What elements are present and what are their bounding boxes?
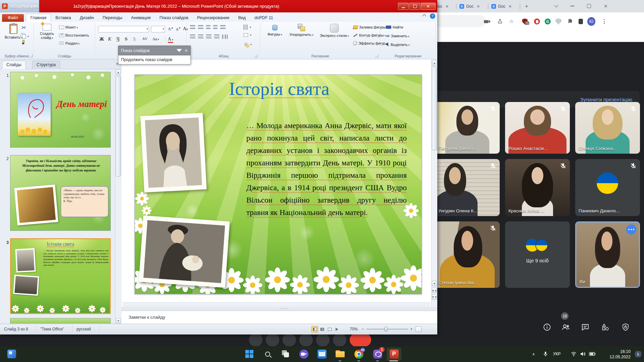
decrease-indent-icon[interactable] (206, 25, 210, 30)
clear-formatting-button[interactable]: А (183, 26, 188, 32)
layout-button[interactable]: Макет (59, 25, 78, 29)
tab-slides-thumbnails[interactable]: Слайды (2, 61, 26, 69)
participant-tile[interactable]: Рошко Анастасія... (505, 102, 570, 154)
browser-minimize-button[interactable] (567, 3, 577, 9)
normal-view-button[interactable] (311, 326, 318, 332)
font-name-combobox[interactable] (98, 26, 149, 33)
tab-insert[interactable]: Вставка (51, 14, 75, 22)
widgets-icon[interactable] (7, 350, 16, 358)
powerpoint-taskbar-icon[interactable]: P (389, 349, 399, 359)
battery-icon[interactable] (587, 349, 597, 359)
restore-button[interactable] (409, 3, 420, 10)
resume-slideshow-menu-item[interactable]: Продолжить показ слайдов (118, 55, 190, 64)
browser-menu-icon[interactable] (600, 17, 608, 25)
camera-in-use-icon[interactable] (483, 17, 491, 25)
next-slide-button[interactable]: ▼▼ (432, 294, 437, 300)
zoom-in-icon[interactable]: + (410, 326, 413, 331)
participant-tile[interactable]: Степан Ірина Іва... (435, 221, 500, 288)
copy-button[interactable] (21, 33, 29, 39)
align-center-icon[interactable] (198, 35, 203, 39)
browser-maximize-button[interactable] (584, 3, 594, 9)
photo-woman-portrait[interactable] (140, 113, 207, 192)
notes-splitter[interactable] (121, 307, 437, 311)
tab-dopdf[interactable]: doPDF 11 (250, 14, 277, 22)
theme-name[interactable]: "Тема Office" (40, 327, 64, 331)
slide-editing-area[interactable]: Історія свята (135, 74, 422, 294)
select-button[interactable]: Выделить (386, 43, 410, 47)
leave-call-button[interactable] (350, 333, 371, 347)
grow-font-button[interactable]: А▲ (168, 26, 173, 32)
cut-button[interactable] (21, 25, 26, 30)
text-shadow-button[interactable]: S (133, 37, 136, 42)
shrink-font-button[interactable]: А▼ (176, 27, 181, 31)
close-button[interactable]: ✕ (421, 3, 436, 10)
keyboard-language[interactable]: УКР (553, 352, 561, 356)
character-spacing-button[interactable]: AV (142, 37, 148, 41)
overflow-participants-tile[interactable]: Ще 9 осіб (505, 221, 570, 288)
paragraph-dialog-launcher[interactable] (254, 54, 257, 57)
bold-button[interactable]: Ж (99, 37, 104, 42)
browser-tab-2[interactable]: G Goc (457, 2, 487, 11)
extensions-puzzle-icon[interactable] (566, 17, 574, 25)
self-view-tile[interactable]: Ви (575, 221, 640, 288)
shapes-button[interactable]: Фигуры (264, 24, 285, 36)
scroll-up-icon[interactable]: ▲ (116, 69, 121, 75)
font-color-button[interactable]: А (168, 37, 173, 43)
tab-close-icon[interactable] (444, 4, 450, 9)
slide-1-thumbnail[interactable]: День матері 08.05.2022 (10, 72, 111, 148)
slide-title-textbox[interactable]: Історія свята (182, 78, 377, 99)
shape-outline-button[interactable]: Контур фигуры (353, 33, 386, 37)
tab-animations[interactable]: Анимация (127, 14, 155, 22)
volume-icon[interactable] (578, 349, 588, 359)
arrange-button[interactable]: Упорядочить (286, 24, 317, 37)
taskbar-clock[interactable]: 16:10 12.05.2022 (609, 349, 631, 360)
mail-icon[interactable] (317, 349, 327, 359)
tab-close-icon[interactable] (507, 4, 513, 9)
slideshow-toolbar-header[interactable]: Показ слайдов ✕ (118, 46, 191, 55)
align-left-icon[interactable] (190, 35, 195, 39)
panel-scroll-thumb[interactable] (116, 76, 121, 176)
ublock-extension-icon[interactable]: 71 (521, 17, 529, 25)
profile-avatar[interactable]: Ю (587, 17, 595, 25)
stop-presenting-button[interactable]: Зупинити презентацію (580, 97, 632, 102)
file-explorer-icon[interactable] (335, 349, 345, 359)
new-tab-button[interactable] (523, 2, 532, 11)
tab-transitions[interactable]: Переходы (98, 14, 127, 22)
align-right-icon[interactable] (206, 35, 211, 39)
scroll-up-icon[interactable]: ▲ (432, 60, 437, 65)
zoom-slider-thumb[interactable] (385, 327, 387, 331)
tab-view[interactable]: Вид (234, 14, 250, 22)
participant-tile[interactable]: Краснюк Аліна ... (505, 159, 570, 216)
tab-slideshow[interactable]: Показ слайдов (155, 14, 193, 22)
participants-panel-icon[interactable] (560, 321, 572, 333)
previous-slide-button[interactable]: ▲▲ (432, 288, 437, 293)
scroll-down-icon[interactable]: ▼ (116, 318, 121, 323)
tray-overflow-icon[interactable]: ∧ (532, 352, 535, 356)
vpn-shield-extension-icon[interactable] (554, 17, 562, 25)
task-view-icon[interactable] (281, 349, 291, 359)
tab-home[interactable]: Главная (26, 14, 51, 22)
host-controls-icon[interactable] (620, 321, 632, 333)
tab-file[interactable]: Файл (2, 14, 24, 22)
slide-sorter-view-button[interactable] (319, 326, 326, 332)
paste-button[interactable]: Вставить (5, 24, 22, 39)
address-bar[interactable] (433, 15, 486, 27)
participant-tile[interactable]: Петруняк Ірина І... (435, 102, 500, 154)
reading-mode-icon[interactable] (577, 17, 585, 25)
text-direction-button[interactable] (244, 24, 251, 30)
meet-control-button[interactable] (266, 333, 279, 347)
help-icon[interactable]: ? (430, 13, 435, 19)
numbering-icon[interactable] (198, 25, 203, 30)
tab-close-icon[interactable] (476, 4, 481, 9)
photo-mother-baby[interactable] (139, 215, 230, 288)
reset-button[interactable]: Восстановить (59, 33, 89, 37)
drawing-dialog-launcher[interactable] (375, 54, 378, 57)
format-painter-button[interactable] (21, 40, 26, 45)
tile-options-button[interactable] (626, 224, 636, 235)
toolbar-close-icon[interactable]: ✕ (185, 48, 188, 53)
start-button[interactable] (244, 349, 254, 359)
participant-tile[interactable]: Панкевич Данило... (575, 159, 640, 216)
list-buttons[interactable] (190, 25, 226, 30)
shape-fill-button[interactable]: Заливка фигуры (353, 25, 388, 29)
align-text-button[interactable] (244, 33, 251, 37)
